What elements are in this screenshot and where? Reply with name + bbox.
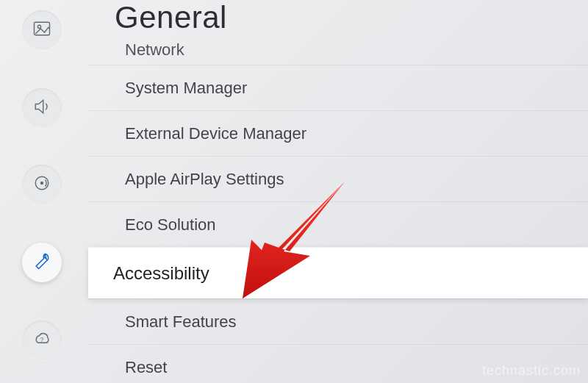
menu-item-label: Reset [125, 358, 167, 377]
menu-item-eco-solution[interactable]: Eco Solution [88, 201, 588, 247]
menu-item-accessibility[interactable]: Accessibility [88, 247, 588, 298]
sidebar-item-general[interactable] [22, 243, 62, 282]
speaker-icon [32, 96, 52, 120]
svg-point-1 [37, 25, 40, 28]
menu-item-label: Accessibility [113, 263, 209, 284]
svg-text:?: ? [40, 336, 44, 343]
sidebar-item-picture[interactable] [22, 10, 62, 50]
menu-item-label: Network [125, 40, 184, 60]
settings-menu-list: Network System Manager External Device M… [88, 35, 588, 383]
menu-item-system-manager[interactable]: System Manager [88, 65, 588, 110]
picture-icon [32, 18, 52, 42]
sidebar-item-support[interactable]: ? [22, 321, 62, 360]
menu-item-label: Eco Solution [125, 215, 216, 235]
svg-point-3 [40, 182, 43, 185]
page-title: General [115, 0, 227, 35]
sidebar-item-sound[interactable] [22, 88, 62, 128]
menu-item-network[interactable]: Network [88, 35, 588, 65]
satellite-dish-icon [32, 173, 52, 196]
wrench-icon [32, 251, 52, 274]
watermark: technastic.com [482, 363, 581, 379]
menu-item-label: Smart Features [125, 312, 237, 332]
menu-item-smart-features[interactable]: Smart Features [88, 298, 588, 344]
menu-item-label: System Manager [125, 79, 247, 98]
settings-category-sidebar: ? [0, 0, 74, 383]
settings-main-panel: General Network System Manager External … [88, 0, 588, 383]
menu-item-label: External Device Manager [125, 124, 306, 143]
support-cloud-icon: ? [32, 329, 52, 352]
menu-item-apple-airplay-settings[interactable]: Apple AirPlay Settings [88, 156, 588, 201]
sidebar-item-broadcasting[interactable] [22, 165, 62, 204]
menu-item-external-device-manager[interactable]: External Device Manager [88, 110, 588, 156]
menu-item-label: Apple AirPlay Settings [125, 170, 284, 189]
